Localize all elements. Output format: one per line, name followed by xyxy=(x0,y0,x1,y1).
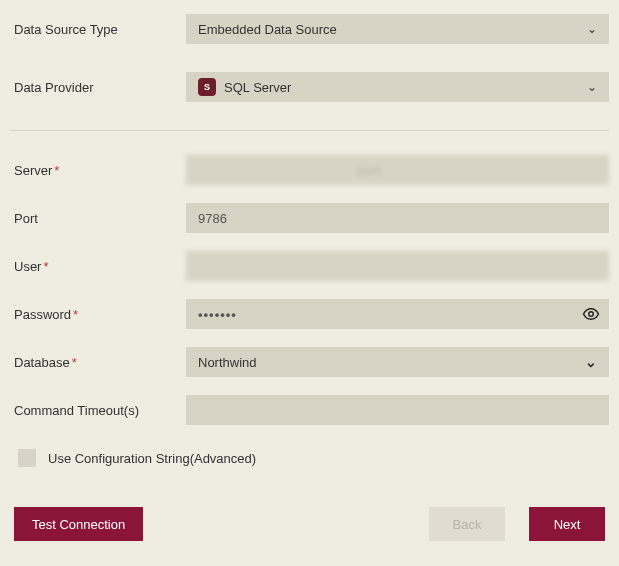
sqlserver-icon: S xyxy=(198,78,216,96)
form-container: Data Source Type Embedded Data Source ⌄ … xyxy=(0,0,619,551)
section-divider xyxy=(10,130,609,131)
test-connection-button[interactable]: Test Connection xyxy=(14,507,143,541)
label-data-provider: Data Provider xyxy=(10,80,186,95)
password-input[interactable] xyxy=(186,299,609,329)
config-string-checkbox[interactable] xyxy=(18,449,36,467)
label-user: User* xyxy=(10,259,186,274)
chevron-down-icon: ⌄ xyxy=(587,80,597,94)
row-config-string: Use Configuration String(Advanced) xyxy=(18,449,609,467)
eye-icon xyxy=(582,305,600,323)
chevron-down-icon: ⌄ xyxy=(587,22,597,36)
svg-point-0 xyxy=(589,312,594,317)
select-data-source-type-value: Embedded Data Source xyxy=(198,22,337,37)
server-input[interactable] xyxy=(186,155,609,185)
footer: Test Connection Back Next xyxy=(10,507,609,541)
label-data-source-type: Data Source Type xyxy=(10,22,186,37)
row-command-timeout: Command Timeout(s) xyxy=(10,395,609,425)
select-database-value: Northwind xyxy=(198,355,257,370)
label-server: Server* xyxy=(10,163,186,178)
label-database: Database* xyxy=(10,355,186,370)
row-data-provider: Data Provider S SQL Server ⌄ xyxy=(10,72,609,102)
select-data-provider[interactable]: S SQL Server ⌄ xyxy=(186,72,609,102)
row-password: Password* xyxy=(10,299,609,329)
row-user: User* xyxy=(10,251,609,281)
row-server: Server* xyxy=(10,155,609,185)
label-port: Port xyxy=(10,211,186,226)
label-password: Password* xyxy=(10,307,186,322)
row-port: Port xyxy=(10,203,609,233)
command-timeout-input[interactable] xyxy=(186,395,609,425)
select-data-provider-value: SQL Server xyxy=(224,80,291,95)
row-data-source-type: Data Source Type Embedded Data Source ⌄ xyxy=(10,14,609,44)
label-command-timeout: Command Timeout(s) xyxy=(10,403,186,418)
port-input[interactable] xyxy=(186,203,609,233)
row-database: Database* Northwind ⌄ xyxy=(10,347,609,377)
chevron-down-icon: ⌄ xyxy=(585,354,597,370)
user-input[interactable] xyxy=(186,251,609,281)
password-visibility-toggle[interactable] xyxy=(577,299,605,329)
back-button: Back xyxy=(429,507,505,541)
select-database[interactable]: Northwind ⌄ xyxy=(186,347,609,377)
label-config-string: Use Configuration String(Advanced) xyxy=(48,451,256,466)
select-data-source-type[interactable]: Embedded Data Source ⌄ xyxy=(186,14,609,44)
next-button[interactable]: Next xyxy=(529,507,605,541)
